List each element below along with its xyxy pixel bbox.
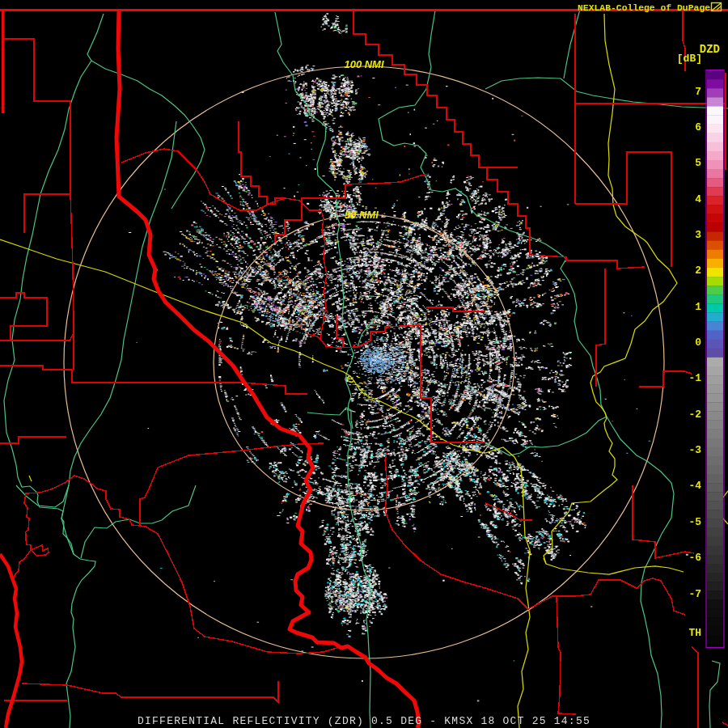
- svg-text:-5: -5: [688, 516, 701, 528]
- svg-text:NEXLAB-College of DuPage: NEXLAB-College of DuPage: [578, 3, 710, 13]
- svg-text:DIFFERENTIAL REFLECTIVITY (ZDR: DIFFERENTIAL REFLECTIVITY (ZDR) 0.5 DEG …: [138, 715, 590, 727]
- svg-text:50 NMI: 50 NMI: [345, 209, 379, 221]
- svg-text:3: 3: [695, 229, 701, 241]
- svg-text:DZD: DZD: [700, 43, 720, 56]
- svg-text:100 NMI: 100 NMI: [344, 58, 384, 70]
- svg-text:0: 0: [695, 336, 701, 349]
- svg-text:-3: -3: [688, 444, 701, 456]
- svg-text:6: 6: [695, 121, 701, 133]
- svg-text:-6: -6: [688, 552, 701, 564]
- svg-text:-7: -7: [688, 588, 701, 600]
- svg-text:-1: -1: [688, 372, 701, 384]
- svg-text:-2: -2: [688, 408, 701, 421]
- svg-text:TH: TH: [688, 627, 701, 639]
- svg-text:5: 5: [695, 157, 701, 169]
- svg-text:[dB]: [dB]: [677, 53, 702, 65]
- svg-text:-4: -4: [688, 480, 701, 492]
- svg-text:4: 4: [695, 193, 701, 205]
- svg-text:7: 7: [695, 86, 701, 98]
- svg-text:1: 1: [695, 301, 701, 313]
- svg-text:2: 2: [695, 265, 701, 277]
